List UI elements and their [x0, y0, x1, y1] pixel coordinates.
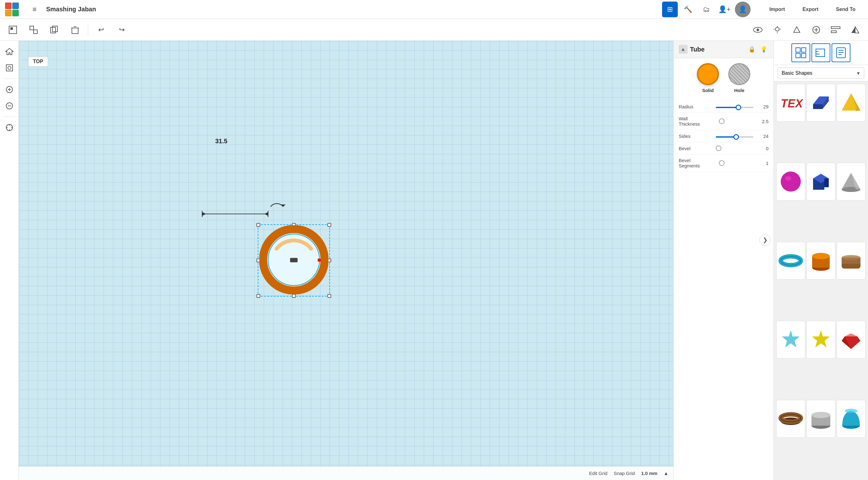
- svg-point-80: [842, 255, 861, 260]
- shape-item-cube[interactable]: [806, 163, 835, 201]
- svg-point-11: [775, 27, 779, 31]
- radius-slider[interactable]: [716, 107, 753, 108]
- redo-btn[interactable]: ↪: [114, 22, 130, 38]
- wall-radio[interactable]: [719, 118, 724, 124]
- left-sidebar: [0, 41, 19, 480]
- svg-point-66: [785, 176, 792, 181]
- hole-circle: [728, 63, 750, 85]
- shape-item-sphere[interactable]: [776, 163, 805, 201]
- panel-lock-btn[interactable]: 🔒: [747, 44, 756, 54]
- view-align-btn[interactable]: [828, 22, 843, 38]
- shape-item-star1[interactable]: [776, 321, 805, 358]
- view-shape-btn[interactable]: [789, 22, 805, 38]
- hole-label: Hole: [734, 88, 745, 93]
- svg-point-91: [811, 412, 830, 418]
- prop-label-sides: Sides: [679, 133, 713, 139]
- properties-panel: ▲ Tube 🔒 💡 Solid Hole Radius: [673, 41, 774, 480]
- prop-value-bevel-seg: 1: [756, 160, 769, 166]
- shape-item-text[interactable]: TEXT: [776, 84, 805, 122]
- home-view-btn[interactable]: [2, 44, 16, 58]
- tube-object[interactable]: [259, 225, 329, 296]
- prop-row-radius: Radius 29: [679, 100, 769, 113]
- delete-btn[interactable]: [67, 22, 83, 38]
- svg-point-26: [8, 66, 11, 69]
- svg-rect-25: [6, 65, 12, 71]
- shape-item-cone[interactable]: [837, 163, 866, 201]
- prop-label-radius: Radius: [679, 104, 713, 109]
- snap-grid-arrow: ▲: [663, 471, 668, 476]
- view-plus-btn[interactable]: [808, 22, 824, 38]
- view-mirror-btn[interactable]: [847, 22, 863, 38]
- toolbar-right: [750, 22, 863, 38]
- view-light-btn[interactable]: [769, 22, 785, 38]
- prop-slider-container-radius: [716, 104, 753, 109]
- prop-slider-container-sides: [716, 133, 753, 139]
- prop-row-bevel: Bevel 0: [679, 142, 769, 155]
- panel-collapse-btn[interactable]: ▲: [679, 45, 687, 54]
- svg-rect-47: [318, 259, 321, 262]
- panel-light-btn[interactable]: 💡: [759, 44, 769, 54]
- prop-label-wall: WallThickness: [679, 116, 716, 127]
- shape-item-round-cylinder[interactable]: [806, 400, 835, 438]
- shape-item-torus[interactable]: [776, 242, 805, 279]
- view-eye-btn[interactable]: [750, 22, 766, 38]
- grid-view-btn[interactable]: ⊞: [662, 2, 678, 17]
- ruler-btn[interactable]: [2, 121, 16, 134]
- import-button[interactable]: Import: [762, 3, 793, 16]
- zoom-out-btn[interactable]: [2, 99, 16, 113]
- ungroup-btn[interactable]: [26, 22, 41, 38]
- svg-marker-24: [6, 49, 13, 55]
- shapes-dropdown[interactable]: Basic Shapes: [778, 67, 864, 79]
- top-bar: ≡ Smashing Jaban ⊞ 🔨 🗂 👤+ 👤 Import Expor…: [0, 0, 868, 19]
- group-btn[interactable]: [5, 22, 21, 38]
- shape-item-pyramid[interactable]: [837, 84, 866, 122]
- scroll-arrow[interactable]: ❯: [760, 234, 771, 246]
- toolbar: ↩ ↪: [0, 19, 868, 41]
- solid-circle: [697, 63, 719, 85]
- send-to-button[interactable]: Send To: [829, 3, 863, 16]
- zoom-in-btn[interactable]: [2, 83, 16, 96]
- prop-row-wall: WallThickness 2.5: [679, 113, 769, 130]
- svg-rect-52: [816, 49, 825, 57]
- menu-icon[interactable]: ≡: [27, 2, 42, 17]
- shape-item-paraboloid[interactable]: [837, 400, 866, 438]
- briefcase-btn[interactable]: 🗂: [699, 2, 714, 17]
- notes-view-btn[interactable]: [832, 43, 850, 62]
- duplicate-btn[interactable]: [46, 22, 62, 38]
- svg-marker-38: [202, 212, 206, 216]
- fit-view-btn[interactable]: [2, 61, 16, 75]
- rotation-arc: [268, 199, 286, 208]
- shape-item-wedge[interactable]: [837, 242, 866, 279]
- undo-btn[interactable]: ↩: [93, 22, 109, 38]
- shape-item-gem[interactable]: [837, 321, 866, 358]
- shape-item-box[interactable]: [806, 84, 835, 122]
- bevel-seg-radio[interactable]: [719, 160, 724, 166]
- shape-item-ring[interactable]: [776, 400, 805, 438]
- shape-item-star2[interactable]: [806, 321, 835, 358]
- view-icons-row: [774, 41, 868, 65]
- prop-row-sides: Sides 24: [679, 130, 769, 142]
- edit-grid-label[interactable]: Edit Grid: [589, 471, 608, 476]
- prop-label-bevel: Bevel: [679, 146, 713, 151]
- prop-row-bevel-seg: BevelSegments 1: [679, 155, 769, 172]
- right-panel: Basic Shapes ▼ TEXT: [774, 41, 868, 480]
- canvas-area[interactable]: TOP 31.5: [19, 41, 673, 480]
- tube-svg: [259, 225, 329, 294]
- hammer-btn[interactable]: 🔨: [680, 2, 696, 17]
- svg-point-65: [781, 172, 801, 191]
- avatar-btn[interactable]: 👤: [735, 2, 751, 17]
- sides-slider[interactable]: [716, 136, 753, 138]
- hole-type-btn[interactable]: Hole: [728, 63, 750, 93]
- solid-type-btn[interactable]: Solid: [697, 63, 719, 93]
- tinkercad-logo[interactable]: [5, 2, 19, 16]
- panel-title: Tube: [690, 46, 745, 53]
- svg-rect-21: [831, 31, 836, 33]
- shape-item-cylinder[interactable]: [806, 242, 835, 279]
- ruler-view-btn[interactable]: [811, 43, 830, 62]
- svg-marker-16: [794, 27, 800, 32]
- grid-view-btn[interactable]: [792, 43, 810, 62]
- bevel-radio[interactable]: [716, 145, 721, 151]
- snap-grid-value[interactable]: 1.0 mm: [641, 471, 657, 476]
- export-button[interactable]: Export: [795, 3, 826, 16]
- add-user-btn[interactable]: 👤+: [717, 2, 733, 17]
